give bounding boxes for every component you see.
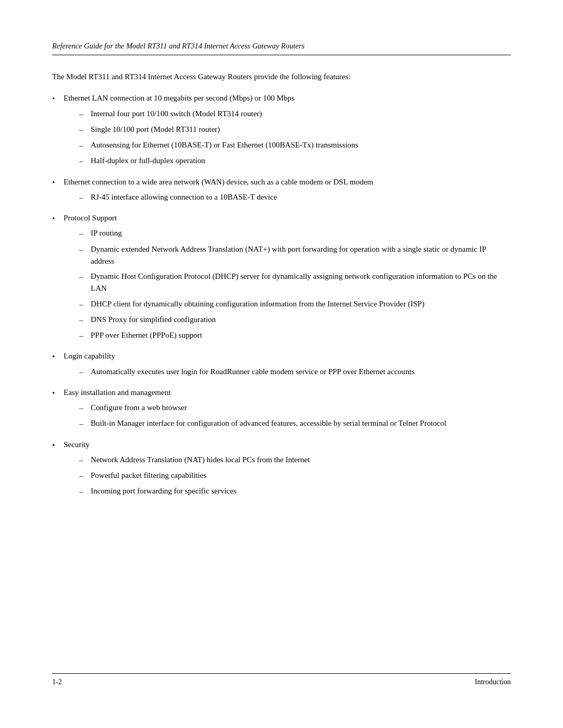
- list-item: – DNS Proxy for simplified configuration: [64, 314, 511, 326]
- dash-icon: –: [79, 124, 91, 136]
- feature-label: Protocol Support: [64, 214, 117, 222]
- sub-item: Internal four port 10/100 switch (Model …: [91, 108, 511, 120]
- dash-icon: –: [79, 418, 91, 430]
- feature-label: Ethernet connection to a wide area netwo…: [64, 178, 373, 186]
- dash-icon: –: [79, 470, 91, 482]
- dash-icon: –: [79, 314, 91, 326]
- footer-page-number: 1-2: [52, 678, 62, 686]
- dash-icon: –: [79, 244, 91, 256]
- sub-item: Dynamic Host Configuration Protocol (DHC…: [91, 270, 511, 295]
- sub-list: – IP routing – Dynamic extended Network …: [64, 227, 511, 342]
- bullet-icon: •: [52, 177, 64, 189]
- header-title: Reference Guide for the Model RT311 and …: [52, 42, 304, 51]
- feature-label: Ethernet LAN connection at 10 megabits p…: [64, 94, 295, 102]
- sub-list: – RJ-45 interface allowing connection to…: [64, 191, 511, 204]
- list-item: – Dynamic extended Network Address Trans…: [64, 243, 511, 268]
- dash-icon: –: [79, 192, 91, 204]
- main-content: The Model RT311 and RT314 Internet Acces…: [52, 71, 511, 658]
- sub-item: Dynamic extended Network Address Transla…: [91, 243, 511, 268]
- dash-icon: –: [79, 299, 91, 311]
- dash-icon: –: [79, 140, 91, 152]
- dash-icon: –: [79, 366, 91, 378]
- list-item: • Easy installation and management – Con…: [52, 387, 511, 434]
- feature-content: Easy installation and management – Confi…: [64, 387, 511, 434]
- list-item: – Incoming port forwarding for specific …: [64, 485, 511, 498]
- sub-item: DHCP client for dynamically obtaining co…: [91, 298, 511, 310]
- list-item: – Single 10/100 port (Model RT311 router…: [64, 124, 511, 136]
- list-item: – Powerful packet filtering capabilities: [64, 470, 511, 482]
- feature-label: Login capability: [64, 352, 115, 360]
- list-item: – DHCP client for dynamically obtaining …: [64, 298, 511, 311]
- dash-icon: –: [79, 155, 91, 167]
- sub-list: – Configure from a web browser – Built-i…: [64, 402, 511, 430]
- feature-label: Easy installation and management: [64, 388, 170, 397]
- sub-item: Autosensing for Ethernet (10BASE-T) or F…: [91, 139, 511, 151]
- feature-content: Ethernet LAN connection at 10 megabits p…: [64, 92, 511, 170]
- dash-icon: –: [79, 108, 91, 120]
- sub-item: DNS Proxy for simplified configuration: [91, 314, 511, 326]
- page-header: Reference Guide for the Model RT311 and …: [52, 42, 511, 55]
- list-item: – Network Address Translation (NAT) hide…: [64, 454, 511, 466]
- sub-item: Configure from a web browser: [91, 402, 511, 414]
- list-item: – Configure from a web browser: [64, 402, 511, 414]
- footer-section-title: Introduction: [475, 678, 511, 686]
- page-footer: 1-2 Introduction: [52, 673, 511, 686]
- list-item: • Login capability – Automatically execu…: [52, 350, 511, 381]
- sub-item: Incoming port forwarding for specific se…: [91, 485, 511, 497]
- sub-list: – Internal four port 10/100 switch (Mode…: [64, 108, 511, 168]
- dash-icon: –: [79, 228, 91, 240]
- list-item: – RJ-45 interface allowing connection to…: [64, 191, 511, 204]
- sub-item: Built-in Manager interface for configura…: [91, 417, 511, 429]
- bullet-icon: •: [52, 439, 64, 451]
- list-item: – Built-in Manager interface for configu…: [64, 417, 511, 430]
- sub-item: Powerful packet filtering capabilities: [91, 470, 511, 482]
- page: Reference Guide for the Model RT311 and …: [0, 0, 563, 728]
- list-item: – IP routing: [64, 227, 511, 240]
- bullet-icon: •: [52, 387, 64, 399]
- dash-icon: –: [79, 486, 91, 498]
- sub-item: IP routing: [91, 227, 511, 239]
- feature-label: Security: [64, 440, 90, 449]
- bullet-icon: •: [52, 351, 64, 363]
- list-item: – Half-duplex or full-duplex operation: [64, 155, 511, 167]
- sub-item: Network Address Translation (NAT) hides …: [91, 454, 511, 466]
- sub-list: – Network Address Translation (NAT) hide…: [64, 454, 511, 498]
- list-item: – Internal four port 10/100 switch (Mode…: [64, 108, 511, 120]
- list-item: – Automatically executes user login for …: [64, 366, 511, 378]
- sub-list: – Automatically executes user login for …: [64, 366, 511, 378]
- dash-icon: –: [79, 402, 91, 414]
- sub-item: RJ-45 interface allowing connection to a…: [91, 191, 511, 203]
- list-item: – Autosensing for Ethernet (10BASE-T) or…: [64, 139, 511, 152]
- bullet-icon: •: [52, 213, 64, 225]
- list-item: – Dynamic Host Configuration Protocol (D…: [64, 270, 511, 295]
- feature-content: Login capability – Automatically execute…: [64, 350, 511, 381]
- list-item: • Security – Network Address Translation…: [52, 439, 511, 501]
- sub-item: Half-duplex or full-duplex operation: [91, 155, 511, 167]
- intro-paragraph: The Model RT311 and RT314 Internet Acces…: [52, 71, 511, 83]
- dash-icon: –: [79, 271, 91, 283]
- dash-icon: –: [79, 330, 91, 342]
- sub-item: Single 10/100 port (Model RT311 router): [91, 124, 511, 135]
- list-item: – PPP over Ethernet (PPPoE) support: [64, 329, 511, 342]
- sub-item: Automatically executes user login for Ro…: [91, 366, 511, 378]
- sub-item: PPP over Ethernet (PPPoE) support: [91, 329, 511, 341]
- feature-content: Ethernet connection to a wide area netwo…: [64, 176, 511, 207]
- bullet-icon: •: [52, 93, 64, 105]
- feature-content: Security – Network Address Translation (…: [64, 439, 511, 501]
- features-list: • Ethernet LAN connection at 10 megabits…: [52, 92, 511, 501]
- list-item: • Protocol Support – IP routing – Dynami…: [52, 212, 511, 345]
- list-item: • Ethernet LAN connection at 10 megabits…: [52, 92, 511, 170]
- dash-icon: –: [79, 454, 91, 466]
- feature-content: Protocol Support – IP routing – Dynamic …: [64, 212, 511, 345]
- list-item: • Ethernet connection to a wide area net…: [52, 176, 511, 207]
